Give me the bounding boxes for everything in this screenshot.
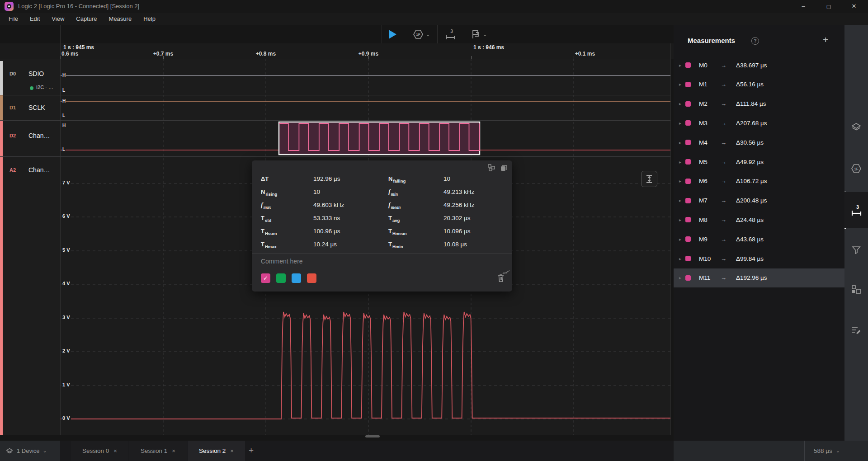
help-icon[interactable]: ? (751, 37, 759, 45)
device-selector[interactable]: 1 Device ⌄ (0, 441, 60, 461)
expand-caret-icon[interactable]: ▸ (679, 256, 685, 261)
measurement-color-swatch[interactable] (685, 140, 691, 145)
device-settings-button[interactable]: 1F ⌄ (412, 28, 430, 40)
channel-separator (0, 156, 670, 157)
measurement-row-m8[interactable]: ▸M8→Δ24.48 µs (674, 210, 844, 229)
channel-row-a2[interactable]: A2 Chan… (0, 156, 60, 188)
arrow-icon: → (721, 120, 736, 127)
annotations-button[interactable]: ⌄ (470, 28, 487, 40)
tab-close-icon[interactable]: × (113, 447, 117, 454)
delete-measurement-button[interactable] (497, 273, 505, 282)
expand-caret-icon[interactable]: ▸ (679, 275, 685, 280)
arrow-icon: → (721, 255, 736, 262)
measurement-color-swatch[interactable] (685, 256, 691, 261)
color-swatch[interactable] (276, 273, 286, 283)
tab-close-icon[interactable]: × (230, 447, 234, 454)
measurement-color-swatch[interactable] (685, 236, 691, 242)
horizontal-scrollbar-thumb[interactable] (365, 435, 380, 437)
menu-item-help[interactable]: Help (137, 13, 161, 25)
arrow-icon: → (721, 100, 736, 107)
close-button[interactable]: ✕ (844, 0, 864, 13)
measurement-row-m3[interactable]: ▸M3→Δ207.68 µs (674, 113, 844, 132)
expand-caret-icon[interactable]: ▸ (679, 160, 685, 165)
measurement-row-m11[interactable]: ▸M11→Δ192.96 µs (674, 268, 844, 287)
add-measurement-button[interactable]: + (823, 34, 828, 45)
expand-caret-icon[interactable]: ▸ (679, 217, 685, 222)
color-swatch[interactable] (292, 273, 301, 283)
measurement-color-swatch[interactable] (685, 82, 691, 87)
popup-copy-icon[interactable] (500, 164, 508, 172)
stat-value: 192.96 µs (313, 175, 388, 182)
measurement-name: M1 (699, 81, 721, 88)
rail-measurements-button[interactable]: 3 (844, 192, 868, 228)
menu-bar: FileEditViewCaptureMeasureHelp (0, 13, 868, 25)
measurement-color-swatch[interactable] (685, 217, 691, 222)
channel-row-d0[interactable]: D0 SDIO I2C - … (0, 61, 60, 95)
measurements-tool-button[interactable]: 3 (444, 28, 457, 40)
minimize-button[interactable]: – (793, 0, 814, 13)
measurement-row-m7[interactable]: ▸M7→Δ200.48 µs (674, 191, 844, 210)
measurement-row-m9[interactable]: ▸M9→Δ43.68 µs (674, 230, 844, 249)
color-swatch[interactable] (307, 273, 316, 283)
measurement-color-swatch[interactable] (685, 159, 691, 165)
menu-item-edit[interactable]: Edit (24, 13, 46, 25)
rail-extensions-button[interactable] (844, 276, 868, 304)
zoom-level-selector[interactable]: 588 µs ⌄ (814, 441, 840, 461)
measurement-row-m4[interactable]: ▸M4→Δ30.56 µs (674, 133, 844, 152)
measurement-row-m0[interactable]: ▸M0→Δ38.697 µs (674, 56, 844, 75)
measurement-color-swatch[interactable] (685, 275, 691, 281)
rail-analyzers-button[interactable]: 1F (844, 155, 868, 183)
expand-caret-icon[interactable]: ▸ (679, 179, 685, 183)
expand-caret-icon[interactable]: ▸ (679, 237, 685, 242)
new-session-button[interactable]: + (249, 446, 254, 456)
measurement-row-m6[interactable]: ▸M6→Δ106.72 µs (674, 172, 844, 191)
measurement-color-swatch[interactable] (685, 101, 691, 107)
rail-notes-button[interactable] (844, 316, 868, 344)
measurement-color-swatch[interactable] (685, 62, 691, 68)
measurement-color-swatch[interactable] (685, 120, 691, 126)
svg-text:1F: 1F (416, 33, 420, 37)
measurement-row-m5[interactable]: ▸M5→Δ49.92 µs (674, 152, 844, 171)
channel-name: Chan… (28, 166, 50, 174)
popup-layout-icon[interactable] (488, 164, 495, 172)
session-tab-0[interactable]: Session 0× (71, 441, 128, 461)
voltage-axis-label: 6 V (61, 213, 71, 219)
measurement-color-swatch[interactable] (685, 198, 691, 203)
expand-caret-icon[interactable]: ▸ (679, 82, 685, 87)
color-swatch-selected[interactable]: ✓ (261, 273, 270, 283)
title-bar: Logic 2 [Logic Pro 16 - Connected] [Sess… (0, 0, 868, 13)
chevron-down-icon: ⌄ (836, 448, 840, 454)
channel-row-d1[interactable]: D1 SCLK (0, 95, 60, 120)
analyzer-label: I2C - … (36, 85, 53, 90)
measurement-name: M0 (699, 62, 721, 69)
maximize-button[interactable]: ▢ (818, 0, 839, 13)
session-tab-1[interactable]: Session 1× (129, 441, 187, 461)
measurement-row-m2[interactable]: ▸M2→Δ111.84 µs (674, 94, 844, 113)
fit-vertical-scale-button[interactable] (641, 171, 657, 187)
play-button[interactable] (389, 30, 396, 39)
comment-input[interactable]: Comment here (261, 258, 496, 265)
measurement-row-m10[interactable]: ▸M10→Δ99.84 µs (674, 249, 844, 268)
menu-item-capture[interactable]: Capture (70, 13, 103, 25)
channel-row-d2[interactable]: D2 Chan… (0, 120, 60, 156)
svg-text:3: 3 (856, 204, 859, 210)
expand-caret-icon[interactable]: ▸ (679, 140, 685, 145)
expand-caret-icon[interactable]: ▸ (679, 63, 685, 68)
measurement-name: M5 (699, 159, 721, 165)
expand-caret-icon[interactable]: ▸ (679, 198, 685, 203)
toolbar-divider (465, 25, 465, 43)
measurement-row-m1[interactable]: ▸M1→Δ56.16 µs (674, 75, 844, 94)
menu-item-view[interactable]: View (46, 13, 70, 25)
tab-close-icon[interactable]: × (172, 447, 175, 454)
session-tab-2[interactable]: Session 2× (188, 441, 245, 461)
rail-devices-button[interactable] (844, 113, 868, 141)
expand-caret-icon[interactable]: ▸ (679, 101, 685, 106)
high-level-marker: H (62, 99, 66, 103)
menu-item-measure[interactable]: Measure (103, 13, 138, 25)
expand-caret-icon[interactable]: ▸ (679, 121, 685, 126)
rail-filter-button[interactable] (844, 236, 868, 264)
measurement-value: Δ99.84 µs (736, 255, 764, 262)
measurement-color-swatch[interactable] (685, 179, 691, 184)
menu-item-file[interactable]: File (3, 13, 24, 25)
resize-handle-icon[interactable] (502, 268, 512, 273)
